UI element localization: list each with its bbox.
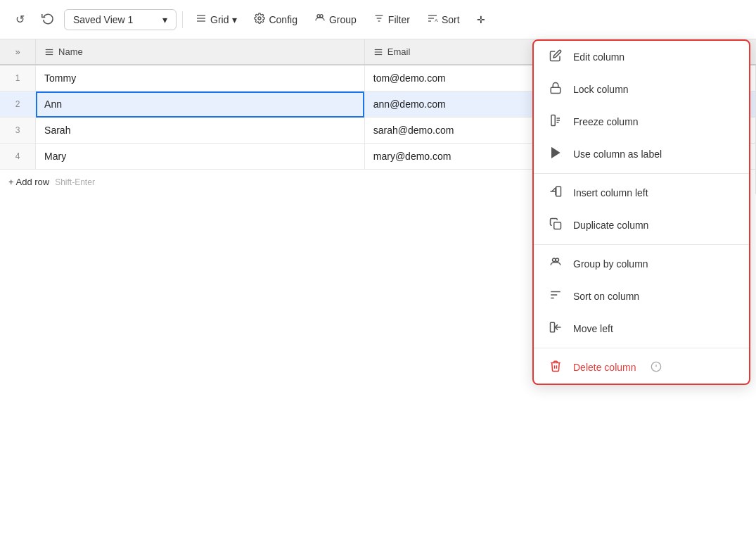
group-icon bbox=[314, 13, 326, 26]
refresh-icon: ↺ bbox=[15, 13, 25, 26]
freeze-column-item[interactable]: Freeze column bbox=[534, 106, 749, 138]
delete-column-item[interactable]: Delete column bbox=[534, 351, 749, 384]
email-col-label: Email bbox=[387, 46, 411, 57]
divider-3 bbox=[534, 348, 749, 348]
svg-rect-24 bbox=[556, 187, 561, 196]
group-by-column-item[interactable]: Group by column bbox=[534, 248, 749, 280]
insert-left-icon bbox=[548, 185, 563, 201]
add-row-shortcut: Shift-Enter bbox=[55, 177, 95, 187]
name-cell[interactable]: Sarah bbox=[36, 118, 365, 144]
grid-dropdown-icon: ▾ bbox=[232, 14, 237, 25]
filter-label: Filter bbox=[388, 14, 410, 25]
delete-column-label: Delete column bbox=[573, 362, 636, 373]
arrow-right-icon bbox=[548, 146, 563, 162]
grid-button[interactable]: Grid ▾ bbox=[188, 8, 244, 30]
sort-on-icon bbox=[548, 289, 563, 304]
name-cell[interactable]: Mary bbox=[36, 144, 365, 170]
dropdown-icon: ▾ bbox=[162, 14, 167, 25]
row-number: 3 bbox=[0, 118, 36, 144]
move-left-label: Move left bbox=[573, 323, 613, 334]
sort-button[interactable]: AZ Sort bbox=[420, 8, 467, 30]
svg-text:AZ: AZ bbox=[435, 18, 438, 23]
svg-point-27 bbox=[556, 258, 559, 262]
trash-icon bbox=[548, 360, 563, 375]
lock-icon bbox=[548, 82, 563, 97]
name-column-header[interactable]: Name bbox=[36, 39, 365, 65]
info-icon bbox=[651, 361, 662, 374]
row-number: 2 bbox=[0, 91, 36, 118]
svg-rect-25 bbox=[554, 222, 561, 229]
use-as-label-label: Use column as label bbox=[573, 149, 662, 160]
name-col-label: Name bbox=[58, 46, 83, 57]
svg-point-5 bbox=[320, 15, 323, 18]
row-number: 1 bbox=[0, 65, 36, 91]
separator-1 bbox=[182, 11, 183, 28]
duplicate-icon bbox=[548, 217, 563, 233]
move-left-item[interactable]: Move left bbox=[534, 312, 749, 345]
history-icon bbox=[41, 12, 54, 27]
sort-on-column-item[interactable]: Sort on column bbox=[534, 280, 749, 312]
group-label: Group bbox=[329, 14, 357, 25]
grid-icon bbox=[196, 13, 207, 26]
add-row-button[interactable]: + Add row bbox=[8, 177, 49, 187]
divider-2 bbox=[534, 244, 749, 245]
edit-column-label: Edit column bbox=[573, 51, 624, 63]
edit-column-item[interactable]: Edit column bbox=[534, 41, 749, 73]
svg-rect-19 bbox=[551, 87, 560, 93]
move-left-icon bbox=[548, 321, 563, 336]
svg-marker-21 bbox=[552, 148, 560, 158]
group-by-icon bbox=[548, 256, 563, 272]
use-as-label-item[interactable]: Use column as label bbox=[534, 138, 749, 170]
config-label: Config bbox=[269, 14, 297, 25]
filter-icon bbox=[373, 13, 385, 26]
group-button[interactable]: Group bbox=[307, 8, 364, 30]
divider-1 bbox=[534, 173, 749, 174]
saved-view-button[interactable]: Saved View 1 ▾ bbox=[64, 9, 177, 30]
config-button[interactable]: Config bbox=[247, 8, 304, 30]
context-menu: Edit column Lock column Freeze column bbox=[532, 39, 750, 385]
insert-column-left-label: Insert column left bbox=[573, 187, 648, 198]
sort-icon: AZ bbox=[427, 13, 438, 26]
freeze-column-label: Freeze column bbox=[573, 116, 639, 127]
config-icon bbox=[254, 13, 265, 26]
duplicate-column-item[interactable]: Duplicate column bbox=[534, 209, 749, 241]
row-marker-icon: » bbox=[15, 46, 20, 57]
name-cell[interactable]: Tommy bbox=[36, 65, 365, 91]
sort-on-column-label: Sort on column bbox=[573, 291, 639, 302]
refresh-button[interactable]: ↺ bbox=[8, 8, 32, 30]
duplicate-column-label: Duplicate column bbox=[573, 220, 648, 231]
group-by-column-label: Group by column bbox=[573, 258, 648, 270]
insert-column-left-item[interactable]: Insert column left bbox=[534, 177, 749, 209]
grid-area: » Name bbox=[0, 39, 756, 556]
row-number: 4 bbox=[0, 144, 36, 170]
grid-label: Grid bbox=[210, 14, 229, 25]
svg-point-3 bbox=[258, 17, 261, 20]
history-button[interactable] bbox=[34, 8, 61, 32]
lock-column-label: Lock column bbox=[573, 84, 629, 95]
toolbar: ↺ Saved View 1 ▾ Grid ▾ bbox=[0, 0, 756, 39]
filter-button[interactable]: Filter bbox=[366, 8, 417, 30]
more-icon: ✛ bbox=[477, 14, 485, 25]
svg-rect-31 bbox=[551, 322, 555, 332]
saved-view-label: Saved View 1 bbox=[73, 14, 133, 25]
freeze-icon bbox=[548, 114, 563, 129]
more-button[interactable]: ✛ bbox=[470, 10, 492, 30]
name-col-icon bbox=[44, 47, 54, 57]
lock-column-item[interactable]: Lock column bbox=[534, 73, 749, 106]
email-col-icon bbox=[373, 47, 383, 57]
svg-rect-20 bbox=[551, 115, 555, 126]
row-num-header: » bbox=[0, 39, 36, 65]
pencil-icon bbox=[548, 49, 563, 65]
name-cell[interactable]: Ann bbox=[36, 91, 365, 118]
sort-label: Sort bbox=[442, 14, 460, 25]
